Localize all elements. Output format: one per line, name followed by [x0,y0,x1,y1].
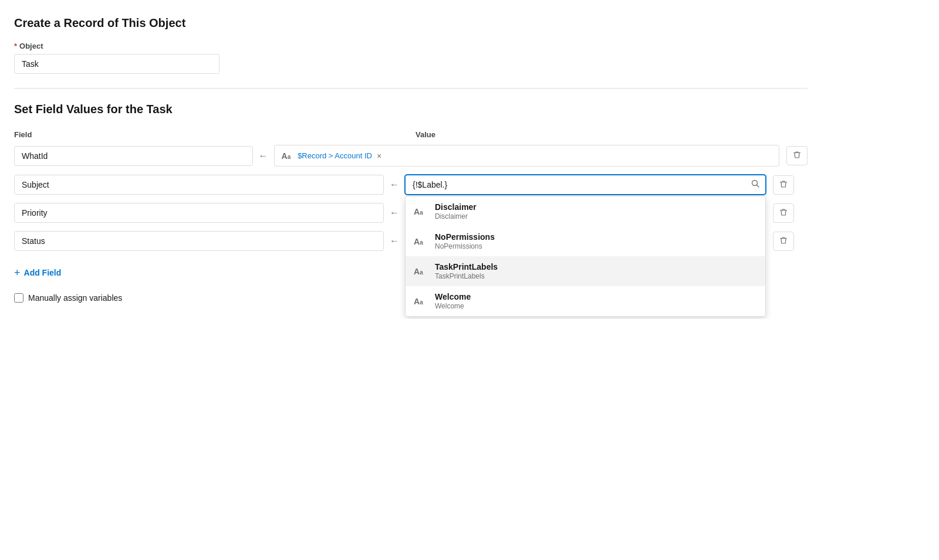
label-dropdown: Aa Disclaimer Disclaimer Aa NoPermission… [405,196,766,317]
manually-assign-label[interactable]: Manually assign variables [28,293,122,303]
svg-line-1 [757,185,759,188]
page-title: Create a Record of This Object [14,16,808,30]
field-input-whatid[interactable] [14,146,253,166]
dropdown-item-name-nopermissions: NoPermissions [435,232,495,242]
dropdown-item-sub-disclaimer: Disclaimer [435,212,477,220]
delete-btn-status[interactable] [773,232,794,251]
dropdown-item-disclaimer[interactable]: Aa Disclaimer Disclaimer [406,196,765,226]
dropdown-item-welcome[interactable]: Aa Welcome Welcome [406,286,765,316]
aa-icon-nopermissions: Aa [414,237,428,246]
trash-icon-1 [793,151,801,159]
value-tag-1: $Record > Account ID [293,149,377,162]
field-row-subject: ← Aa Disclaimer Disclaimer [14,175,808,195]
dropdown-item-name-taskprintlabels: TaskPrintLabels [435,262,498,271]
arrow-icon-1: ← [253,151,274,161]
value-input-wrapper-subject: Aa Disclaimer Disclaimer Aa NoPermission… [405,175,766,195]
col-header-field: Field [14,130,394,139]
plus-icon: + [14,267,21,278]
field-input-priority[interactable] [14,203,384,223]
dropdown-item-sub-nopermissions: NoPermissions [435,242,495,250]
field-input-subject[interactable] [14,175,384,195]
delete-btn-subject[interactable] [773,175,794,195]
manually-assign-checkbox[interactable] [14,293,23,303]
dropdown-item-name-disclaimer: Disclaimer [435,202,477,212]
field-input-status[interactable] [14,231,384,251]
dropdown-item-text-nopermissions: NoPermissions NoPermissions [435,232,495,250]
arrow-icon-2: ← [384,179,405,190]
search-icon [751,179,760,188]
value-tag-container-1: Aa $Record > Account ID × [274,145,779,167]
required-indicator: * [14,42,17,50]
dropdown-item-text-welcome: Welcome Welcome [435,292,471,310]
close-tag-btn-1[interactable]: × [377,152,381,160]
set-fields-title: Set Field Values for the Task [14,103,808,116]
arrow-icon-4: ← [384,236,405,246]
columns-header: Field Value [14,130,808,139]
dropdown-item-text-taskprintlabels: TaskPrintLabels TaskPrintLabels [435,262,498,280]
object-field-label: *Object [14,42,808,50]
aa-icon-disclaimer: Aa [414,207,428,216]
dropdown-item-sub-welcome: Welcome [435,302,471,310]
dropdown-item-taskprintlabels[interactable]: Aa TaskPrintLabels TaskPrintLabels [406,256,765,286]
dropdown-item-name-welcome: Welcome [435,292,471,301]
aa-icon-welcome: Aa [414,297,428,306]
aa-type-icon-1: Aa [282,151,291,161]
value-tag-text-1: $Record > Account ID [298,151,372,160]
dropdown-item-sub-taskprintlabels: TaskPrintLabels [435,272,498,280]
value-input-subject[interactable] [405,175,766,195]
trash-icon-subject [779,180,788,188]
delete-btn-priority[interactable] [773,203,794,223]
add-field-button[interactable]: + Add Field [14,264,61,281]
delete-btn-1[interactable] [786,146,808,165]
field-row: ← Aa $Record > Account ID × [14,145,808,167]
col-header-value: Value [416,130,435,139]
trash-icon-priority [779,208,788,216]
search-btn-subject[interactable] [751,179,760,191]
dropdown-item-nopermissions[interactable]: Aa NoPermissions NoPermissions [406,226,765,256]
arrow-icon-3: ← [384,208,405,218]
trash-icon-status [779,236,788,245]
aa-icon-taskprintlabels: Aa [414,267,428,276]
object-input[interactable] [14,54,219,74]
add-field-label: Add Field [24,268,62,277]
dropdown-item-text-disclaimer: Disclaimer Disclaimer [435,202,477,220]
